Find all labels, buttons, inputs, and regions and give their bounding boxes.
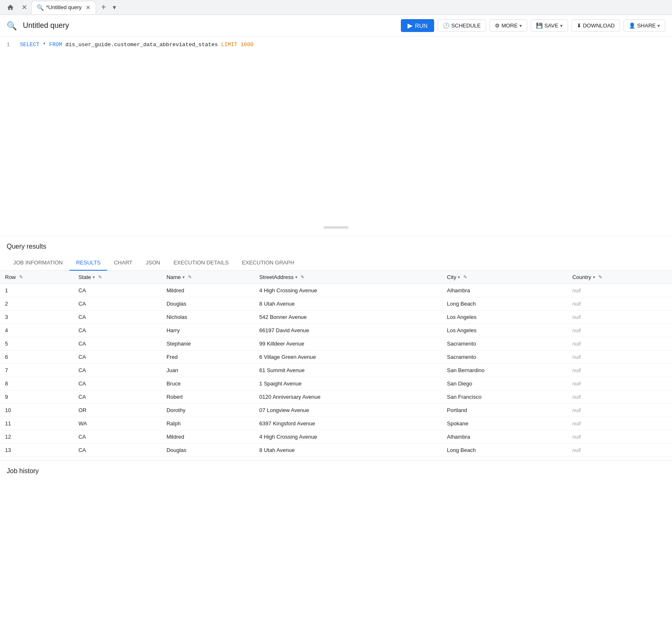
cell-name: Robert [161,390,254,404]
cell-city: Sacramento [442,351,567,364]
tab-results[interactable]: RESULTS [69,255,107,271]
tab-execution-graph[interactable]: EXECUTION GRAPH [235,255,301,271]
table-row: 9 CA Robert 0120 Anniversary Avenue San … [0,390,672,404]
th-street-edit-icon[interactable]: ✎ [301,274,304,280]
sql-editor[interactable]: 1 SELECT * FROM dis_user_guide.customer_… [0,37,672,236]
cell-state: OR [74,404,162,417]
cell-country: null [567,284,672,297]
cell-state: WA [74,417,162,430]
cell-country: null [567,417,672,430]
cell-address: 66197 David Avenue [254,324,442,337]
th-street-sort-icon[interactable]: ▾ [295,275,297,279]
table-row: 13 CA Douglas 8 Utah Avenue Long Beach n… [0,444,672,457]
th-state: State ▾ ✎ [74,271,162,284]
th-city: City ▾ ✎ [442,271,567,284]
schedule-button[interactable]: 🕐 SCHEDULE [437,20,486,32]
home-tab[interactable] [3,2,17,13]
table-row: 5 CA Stephanie 99 Killdeer Avenue Sacram… [0,337,672,351]
query-tab-label: *Untitled query [46,4,82,10]
th-country-resize[interactable] [670,271,672,284]
cell-name: Harry [161,324,254,337]
cell-city: Spokane [442,417,567,430]
toolbar-query-icon: 🔍 [7,21,17,31]
cell-state: CA [74,364,162,377]
cell-address: 8 Utah Avenue [254,297,442,311]
cell-state: CA [74,284,162,297]
th-city-label: City [447,274,456,280]
tab-job-information[interactable]: JOB INFORMATION [7,255,69,271]
cell-city: San Bernardino [442,364,567,377]
cell-row-num: 3 [0,311,74,324]
cell-row-num: 1 [0,284,74,297]
cell-row-num: 13 [0,444,74,457]
cell-address: 6397 Kingsford Avenue [254,417,442,430]
schedule-label: SCHEDULE [451,22,481,29]
query-results-section: Query results JOB INFORMATION RESULTS CH… [0,236,672,457]
job-history-title: Job history [7,467,39,474]
th-name-sort-icon[interactable]: ▾ [183,275,185,279]
th-country-sort-icon[interactable]: ▾ [593,275,595,279]
query-tab[interactable]: 🔍 *Untitled query ✕ [31,1,96,14]
save-label: SAVE [544,22,558,29]
th-state-edit-icon[interactable]: ✎ [98,274,102,280]
horizontal-scrollbar[interactable] [324,223,348,232]
tab-execution-details[interactable]: EXECUTION DETAILS [167,255,235,271]
download-button[interactable]: ⬇ DOWNLOAD [571,20,620,32]
more-label: MORE [502,22,518,29]
query-results-title: Query results [0,243,672,255]
cell-address: 8 Utah Avenue [254,444,442,457]
download-icon: ⬇ [577,22,581,29]
cell-address: 99 Killdeer Avenue [254,337,442,351]
cell-city: Alhambra [442,430,567,444]
tab-json[interactable]: JSON [139,255,167,271]
th-name: Name ▾ ✎ [161,271,254,284]
table-row: 7 CA Juan 61 Summit Avenue San Bernardin… [0,364,672,377]
th-row-edit-icon[interactable]: ✎ [19,274,23,280]
cell-state: CA [74,390,162,404]
cell-address: 61 Summit Avenue [254,364,442,377]
cell-city: Portland [442,404,567,417]
th-street-address: StreetAddress ▾ ✎ [254,271,442,284]
query-tab-close[interactable]: ✕ [86,4,91,11]
cell-city: Sacramento [442,337,567,351]
share-button[interactable]: 👤 SHARE ▾ [623,20,665,32]
cell-row-num: 6 [0,351,74,364]
run-button[interactable]: ▶ RUN [401,19,434,32]
table-row: 11 WA Ralph 6397 Kingsford Avenue Spokan… [0,417,672,430]
th-city-sort-icon[interactable]: ▾ [458,275,460,279]
cell-row-num: 9 [0,390,74,404]
close-icon[interactable]: ✕ [19,2,30,13]
th-name-label: Name [166,274,181,280]
th-country-edit-icon[interactable]: ✎ [598,274,602,280]
cell-city: San Diego [442,377,567,390]
th-name-edit-icon[interactable]: ✎ [188,274,192,280]
new-tab-button[interactable]: + [98,1,109,14]
cell-row-num: 11 [0,417,74,430]
table-row: 4 CA Harry 66197 David Avenue Los Angele… [0,324,672,337]
table-row: 8 CA Bruce 1 Spaight Avenue San Diego nu… [0,377,672,390]
cell-country: null [567,390,672,404]
cell-city: Los Angeles [442,324,567,337]
cell-state: CA [74,297,162,311]
th-state-sort-icon[interactable]: ▾ [93,275,95,279]
more-tabs-button[interactable]: ▾ [111,2,118,13]
results-tabs: JOB INFORMATION RESULTS CHART JSON EXECU… [0,255,672,271]
table-row: 1 CA Mildred 4 High Crossing Avenue Alha… [0,284,672,297]
run-label: RUN [415,22,427,29]
toolbar: 🔍 Untitled query ▶ RUN 🕐 SCHEDULE ⚙ MORE… [0,15,672,37]
editor-line-1: 1 SELECT * FROM dis_user_guide.customer_… [7,42,665,48]
cell-city: Los Angeles [442,311,567,324]
cell-country: null [567,337,672,351]
save-button[interactable]: 💾 SAVE ▾ [531,20,568,32]
play-icon: ▶ [408,22,413,30]
th-city-edit-icon[interactable]: ✎ [463,274,467,280]
sql-star: * [43,42,49,48]
th-row: Row ✎ [0,271,74,284]
cell-address: 1 Spaight Avenue [254,377,442,390]
share-chevron-icon: ▾ [657,23,660,29]
tab-bar: ✕ 🔍 *Untitled query ✕ + ▾ [0,0,672,15]
sql-content: SELECT * FROM dis_user_guide.customer_da… [20,42,254,48]
schedule-icon: 🕐 [443,22,450,29]
more-button[interactable]: ⚙ MORE ▾ [489,20,527,32]
tab-chart[interactable]: CHART [107,255,139,271]
